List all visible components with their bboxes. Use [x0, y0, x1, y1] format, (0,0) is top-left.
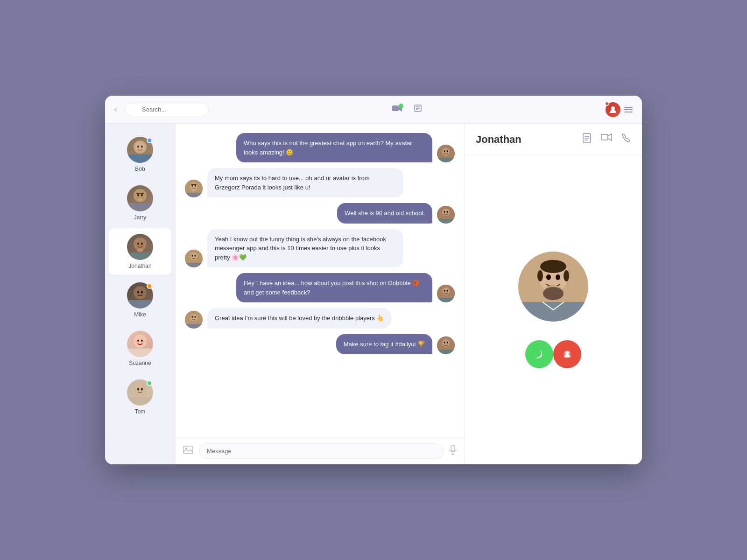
svg-point-41: [447, 150, 448, 152]
suzanne-avatar-img: [127, 331, 153, 357]
svg-point-25: [137, 291, 139, 294]
chat-area: Who says this is not the greatest chat a…: [175, 124, 465, 464]
svg-rect-48: [191, 184, 197, 185]
header-center: [209, 104, 606, 115]
svg-point-64: [447, 290, 448, 292]
sidebar-item-mike[interactable]: Mike: [109, 277, 171, 323]
bob-avatar-wrapper: [127, 137, 153, 163]
svg-point-42: [444, 154, 448, 156]
contact-name-label: Jonathan: [476, 133, 521, 146]
right-panel-header: Jonathan: [465, 124, 642, 155]
answer-call-button[interactable]: [525, 340, 553, 368]
bob-status-dot: [147, 138, 152, 143]
svg-point-21: [141, 243, 143, 245]
svg-point-68: [192, 316, 193, 318]
video-call-group: [392, 105, 402, 114]
bubble-incoming: Yeah I know but the funny thing is she's…: [207, 229, 403, 268]
decline-call-button[interactable]: [553, 340, 581, 368]
main-layout: Bob: [105, 124, 642, 464]
mike-name: Mike: [134, 311, 146, 318]
svg-point-17: [138, 198, 142, 201]
svg-marker-86: [608, 134, 612, 140]
menu-line: [624, 112, 633, 112]
svg-rect-85: [601, 134, 608, 140]
sidebar-item-jarry[interactable]: Jarry: [109, 180, 171, 226]
jonathan-name: Jonathan: [128, 263, 151, 269]
svg-point-63: [444, 290, 445, 292]
svg-point-22: [137, 248, 143, 252]
notification-dot: [605, 101, 609, 106]
sidebar-item-bob[interactable]: Bob: [109, 131, 171, 178]
svg-point-96: [564, 270, 569, 281]
suzanne-avatar-wrapper: [127, 331, 153, 357]
tom-avatar-wrapper: [127, 379, 153, 406]
svg-rect-70: [185, 324, 203, 329]
svg-rect-93: [518, 302, 588, 322]
sidebar-item-jonathan[interactable]: Jonathan: [109, 228, 171, 275]
search-wrapper: 🔍: [125, 103, 209, 116]
svg-point-35: [137, 388, 139, 391]
message-row: Hey I have an idea... how about you post…: [185, 273, 455, 302]
svg-point-47: [195, 185, 196, 187]
svg-rect-27: [127, 300, 153, 308]
jarry-avatar-wrapper: [127, 185, 153, 211]
svg-point-49: [191, 189, 196, 191]
search-input[interactable]: [125, 103, 209, 116]
chat-input-area: [176, 437, 464, 464]
svg-rect-76: [183, 446, 193, 454]
svg-point-24: [134, 286, 147, 299]
menu-line: [624, 109, 633, 110]
svg-point-95: [537, 270, 543, 281]
bubble-outgoing: Hey I have an idea... how about you post…: [236, 273, 432, 302]
tom-status-dot: [147, 380, 152, 386]
mike-status-dot: [147, 283, 152, 289]
svg-point-89: [546, 274, 551, 280]
svg-point-54: [447, 211, 448, 213]
contact-msg-avatar: [185, 180, 203, 197]
mike-avatar-wrapper: [127, 282, 153, 308]
panel-file-icon[interactable]: [582, 133, 592, 146]
svg-rect-23: [127, 252, 153, 260]
sidebar-item-suzanne[interactable]: Suzanne: [109, 325, 171, 372]
bob-name: Bob: [135, 166, 145, 172]
svg-point-69: [195, 316, 196, 318]
right-panel: Jonathan: [465, 124, 642, 464]
svg-point-15: [141, 194, 143, 196]
sidebar-item-tom[interactable]: Tom: [109, 374, 171, 420]
message-input[interactable]: [199, 443, 444, 459]
svg-point-28: [134, 335, 147, 348]
image-attach-icon[interactable]: [183, 446, 193, 456]
svg-point-32: [141, 341, 144, 343]
panel-phone-icon[interactable]: [621, 133, 631, 146]
svg-point-6: [611, 106, 615, 110]
right-panel-actions: [511, 340, 595, 368]
svg-rect-16: [136, 193, 144, 194]
svg-point-94: [540, 260, 566, 273]
svg-point-9: [137, 146, 139, 148]
svg-rect-33: [127, 349, 153, 357]
online-indicator: [399, 104, 403, 108]
bubble-outgoing: Make sure to tag it #dailyui 🏆: [336, 334, 432, 355]
chat-messages: Who says this is not the greatest chat a…: [176, 124, 464, 437]
svg-point-26: [141, 291, 143, 294]
note-icon[interactable]: [414, 104, 422, 115]
jonathan-avatar-img: [127, 234, 153, 260]
svg-rect-78: [451, 445, 455, 451]
suzanne-name: Suzanne: [129, 360, 151, 366]
svg-rect-50: [185, 193, 203, 197]
message-row: Great idea I'm sure this will be loved b…: [185, 308, 455, 329]
user-avatar[interactable]: [606, 102, 620, 117]
mic-icon[interactable]: [449, 445, 457, 457]
message-row: Yeah I know but the funny thing is she's…: [185, 229, 455, 268]
jonathan-avatar-wrapper: [127, 234, 153, 260]
header-right: [606, 102, 633, 117]
user-msg-avatar: [437, 145, 455, 162]
svg-rect-75: [437, 350, 455, 354]
bubble-outgoing: Well she is 90 and old school.: [337, 203, 432, 224]
menu-button[interactable]: [624, 107, 633, 112]
panel-video-icon[interactable]: [601, 133, 612, 146]
contact-msg-avatar: [185, 311, 203, 329]
svg-point-73: [444, 342, 445, 343]
back-button[interactable]: ‹: [114, 105, 117, 114]
svg-point-14: [137, 194, 139, 196]
